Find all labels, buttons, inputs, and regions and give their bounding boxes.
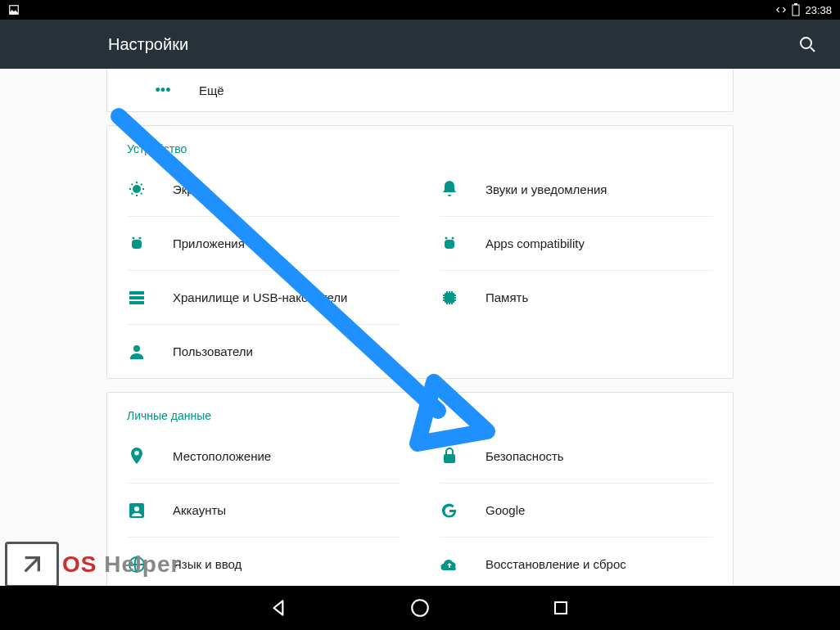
code-icon <box>775 4 787 16</box>
item-label: Google <box>485 503 525 517</box>
settings-content: ••• Ещё Устройство Экран Приложения <box>0 69 840 586</box>
item-storage[interactable]: Хранилище и USB-накопители <box>127 270 400 324</box>
device-right-col: Звуки и уведомления Apps compatibility П… <box>420 162 733 378</box>
device-left-col: Экран Приложения Хранилище и USB-накопит… <box>107 162 420 378</box>
item-location[interactable]: Местоположение <box>127 429 400 483</box>
status-right: 23:38 <box>775 3 840 16</box>
svg-rect-23 <box>555 602 567 614</box>
item-display[interactable]: Экран <box>127 162 400 216</box>
svg-rect-9 <box>129 296 144 299</box>
account-icon <box>127 501 147 520</box>
svg-point-17 <box>134 506 139 511</box>
personal-left-col: Местоположение Аккаунты Язык и ввод <box>107 429 420 586</box>
location-icon <box>127 446 147 466</box>
item-backup[interactable]: Восстановление и сброс <box>440 537 713 586</box>
item-more[interactable]: ••• Ещё <box>107 69 733 111</box>
status-time: 23:38 <box>805 4 832 16</box>
app-bar: Настройки <box>0 20 840 69</box>
svg-point-22 <box>412 600 428 616</box>
svg-point-6 <box>139 236 142 239</box>
svg-point-3 <box>801 38 811 48</box>
card-personal: Личные данные Местоположение Аккаунты Яз… <box>106 392 734 586</box>
item-language[interactable]: Язык и ввод <box>127 537 400 586</box>
item-security[interactable]: Безопасность <box>440 429 713 483</box>
page-title: Настройки <box>108 35 188 54</box>
item-label: Аккаунты <box>173 503 226 517</box>
screenshot-icon <box>8 4 20 16</box>
svg-rect-7 <box>132 240 142 249</box>
svg-point-4 <box>133 185 141 193</box>
item-sound[interactable]: Звуки и уведомления <box>440 162 713 216</box>
svg-rect-14 <box>445 240 454 249</box>
item-label: Безопасность <box>485 449 564 463</box>
item-users[interactable]: Пользователи <box>127 324 400 378</box>
item-apps[interactable]: Приложения <box>127 216 400 270</box>
svg-rect-10 <box>129 301 144 304</box>
section-title-personal: Личные данные <box>107 393 733 429</box>
svg-point-12 <box>445 236 448 239</box>
search-button[interactable] <box>797 34 817 54</box>
cloud-upload-icon <box>440 555 459 574</box>
item-memory[interactable]: Память <box>440 270 713 324</box>
back-icon <box>269 597 290 619</box>
battery-charging-icon <box>792 3 800 16</box>
svg-point-5 <box>133 236 135 239</box>
item-label: Звуки и уведомления <box>485 182 607 196</box>
card-device: Устройство Экран Приложения Хранилище и … <box>106 125 734 379</box>
lock-icon <box>440 446 459 466</box>
item-apps-compat[interactable]: Apps compatibility <box>440 216 713 270</box>
item-label: Память <box>485 290 528 304</box>
more-icon: ••• <box>153 82 173 99</box>
globe-icon <box>127 555 147 574</box>
nav-back-button[interactable] <box>266 595 292 621</box>
svg-rect-15 <box>445 293 454 303</box>
nav-recent-button[interactable] <box>548 595 574 621</box>
user-icon <box>127 342 147 362</box>
nav-home-button[interactable] <box>407 595 433 621</box>
item-label: Местоположение <box>173 449 271 463</box>
status-bar: 23:38 <box>0 0 840 20</box>
item-accounts[interactable]: Аккаунты <box>127 483 400 537</box>
item-label: Язык и ввод <box>173 557 242 571</box>
svg-rect-8 <box>129 291 144 295</box>
recent-icon <box>551 598 571 618</box>
item-label: Пользователи <box>173 344 253 358</box>
item-label: Восстановление и сброс <box>485 557 626 571</box>
bell-icon <box>440 179 459 199</box>
item-label: Хранилище и USB-накопители <box>173 290 347 304</box>
memory-icon <box>440 288 459 308</box>
android-icon <box>440 234 459 254</box>
google-icon <box>440 501 459 520</box>
personal-right-col: Безопасность Google Восстановление и сбр… <box>420 429 733 586</box>
svg-point-13 <box>452 236 454 239</box>
svg-point-11 <box>133 345 140 352</box>
svg-rect-19 <box>444 454 455 463</box>
android-screenshot: 23:38 Настройки ••• Ещё Устройство Экран <box>0 0 840 630</box>
display-icon <box>127 179 147 199</box>
section-title-device: Устройство <box>107 126 733 162</box>
item-label: Ещё <box>199 83 224 97</box>
apps-icon <box>127 234 147 254</box>
svg-rect-2 <box>794 3 797 5</box>
storage-icon <box>127 288 147 308</box>
home-icon <box>409 597 431 619</box>
item-google[interactable]: Google <box>440 483 713 537</box>
item-label: Экран <box>173 182 207 196</box>
search-icon <box>797 34 817 54</box>
status-left <box>0 4 20 16</box>
navigation-bar <box>0 586 840 630</box>
card-wireless-more: ••• Ещё <box>106 69 734 112</box>
item-label: Apps compatibility <box>485 236 585 250</box>
item-label: Приложения <box>173 236 245 250</box>
